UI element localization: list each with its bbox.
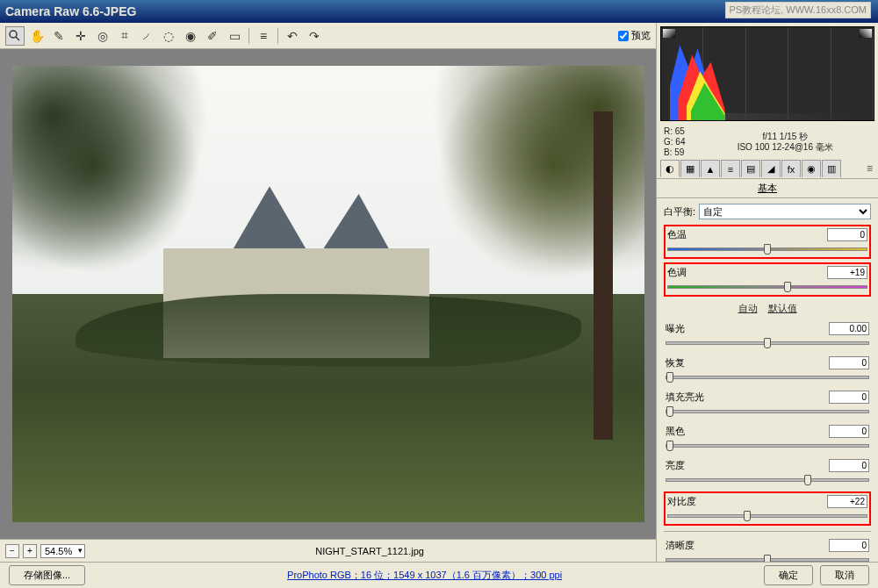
slider-value-temp[interactable] bbox=[827, 228, 867, 241]
tab-curve[interactable]: ▦ bbox=[680, 160, 700, 177]
slider-thumb-fill[interactable] bbox=[666, 406, 673, 417]
slider-temp: 色温 bbox=[664, 225, 871, 259]
wb-label: 白平衡: bbox=[664, 205, 695, 219]
slider-label-tint: 色调 bbox=[667, 266, 687, 279]
zoom-out-button[interactable]: − bbox=[5, 544, 19, 558]
slider-label-contrast: 对比度 bbox=[667, 495, 696, 508]
slider-label-bright: 亮度 bbox=[666, 459, 685, 472]
prefs-tool[interactable]: ≡ bbox=[254, 26, 273, 46]
eyedropper-tool[interactable]: ✎ bbox=[49, 26, 68, 46]
slider-label-fill: 填充亮光 bbox=[666, 391, 704, 404]
workflow-link[interactable]: ProPhoto RGB；16 位；1549 x 1037（1.6 百万像素）；… bbox=[92, 569, 757, 582]
cancel-button[interactable]: 取消 bbox=[820, 565, 869, 585]
panel-tabs: ◐ ▦ ▲ ≡ ▤ ◢ fx ◉ ▥ bbox=[657, 160, 878, 179]
tab-presets[interactable]: ▥ bbox=[822, 160, 841, 177]
main-toolbar: ✋ ✎ ✛ ◎ ⌗ ⟋ ◌ ◉ ✐ ▭ ≡ ↶ ↷ 预览 bbox=[0, 23, 656, 49]
slider-track-recovery[interactable] bbox=[666, 371, 869, 384]
slider-thumb-contrast[interactable] bbox=[744, 511, 751, 521]
slider-label-clarity: 清晰度 bbox=[666, 539, 694, 552]
slider-track-blacks[interactable] bbox=[666, 440, 869, 452]
targeted-adjust-tool[interactable]: ◎ bbox=[93, 26, 112, 46]
default-link[interactable]: 默认值 bbox=[768, 303, 797, 313]
panel-title: 基本 bbox=[657, 179, 878, 198]
slider-track-tint[interactable] bbox=[667, 281, 867, 293]
slider-thumb-recovery[interactable] bbox=[666, 372, 673, 383]
exif-line1: f/11 1/15 秒 bbox=[699, 132, 871, 142]
watermark: PS教程论坛, WWW.16xx8.COM bbox=[725, 2, 871, 18]
slider-thumb-clarity[interactable] bbox=[764, 555, 771, 562]
footer: 存储图像... ProPhoto RGB；16 位；1549 x 1037（1.… bbox=[0, 562, 878, 588]
svg-line-1 bbox=[16, 37, 19, 40]
tab-detail[interactable]: ▲ bbox=[701, 160, 720, 177]
svg-point-0 bbox=[10, 31, 17, 38]
histogram[interactable] bbox=[660, 26, 874, 121]
preview-checkbox[interactable]: 预览 bbox=[618, 29, 651, 42]
slider-bright: 亮度 bbox=[664, 457, 871, 488]
color-sampler-tool[interactable]: ✛ bbox=[71, 26, 90, 46]
slider-label-recovery: 恢复 bbox=[666, 356, 685, 369]
slider-contrast: 对比度 bbox=[664, 491, 871, 526]
slider-value-clarity[interactable] bbox=[829, 539, 869, 552]
zoom-bar: − + 54.5% NIGHT_START_1121.jpg bbox=[0, 539, 656, 562]
spot-removal-tool[interactable]: ◌ bbox=[159, 26, 178, 46]
slider-track-clarity[interactable] bbox=[666, 554, 869, 562]
slider-thumb-bright[interactable] bbox=[804, 475, 811, 485]
tab-basic[interactable]: ◐ bbox=[660, 160, 680, 177]
redeye-tool[interactable]: ◉ bbox=[181, 26, 200, 46]
zoom-in-button[interactable]: + bbox=[23, 544, 37, 558]
slider-fill: 填充亮光 bbox=[664, 389, 871, 419]
adjustment-brush-tool[interactable]: ✐ bbox=[203, 26, 222, 46]
save-image-button[interactable]: 存储图像... bbox=[9, 565, 85, 585]
tab-calib[interactable]: ◉ bbox=[802, 160, 821, 177]
slider-track-contrast[interactable] bbox=[667, 510, 867, 522]
exif-line2: ISO 100 12-24@16 毫米 bbox=[699, 142, 871, 153]
file-format: JPEG bbox=[104, 4, 136, 18]
slider-recovery: 恢复 bbox=[664, 355, 871, 385]
straighten-tool[interactable]: ⟋ bbox=[137, 26, 156, 46]
tab-fx[interactable]: fx bbox=[781, 160, 801, 177]
graduated-filter-tool[interactable]: ▭ bbox=[225, 26, 244, 46]
tab-hsl[interactable]: ≡ bbox=[721, 160, 740, 177]
tab-split[interactable]: ▤ bbox=[741, 160, 760, 177]
slider-thumb-exposure[interactable] bbox=[764, 338, 771, 348]
slider-value-contrast[interactable] bbox=[827, 495, 867, 508]
slider-value-fill[interactable] bbox=[829, 391, 869, 404]
slider-track-temp[interactable] bbox=[667, 243, 867, 255]
slider-thumb-tint[interactable] bbox=[784, 282, 791, 292]
slider-track-bright[interactable] bbox=[666, 474, 869, 486]
rotate-cw-tool[interactable]: ↷ bbox=[305, 26, 324, 46]
wb-select[interactable]: 自定 bbox=[699, 204, 871, 219]
filename-label: NIGHT_START_1121.jpg bbox=[89, 546, 651, 556]
ok-button[interactable]: 确定 bbox=[764, 565, 813, 585]
b-value: 59 bbox=[674, 147, 684, 157]
image-preview-area[interactable] bbox=[0, 49, 656, 539]
slider-blacks: 黑色 bbox=[664, 423, 871, 454]
tab-lens[interactable]: ◢ bbox=[761, 160, 781, 177]
zoom-tool[interactable] bbox=[5, 26, 25, 46]
slider-value-bright[interactable] bbox=[829, 459, 869, 472]
hand-tool[interactable]: ✋ bbox=[27, 26, 47, 46]
slider-value-recovery[interactable] bbox=[829, 356, 869, 369]
slider-value-exposure[interactable] bbox=[829, 322, 869, 335]
basic-panel: 白平衡: 自定 色温色调自动默认值曝光恢复填充亮光黑色亮度对比度清晰度自然饱和度… bbox=[657, 198, 878, 562]
slider-label-exposure: 曝光 bbox=[666, 322, 685, 335]
slider-clarity: 清晰度 bbox=[664, 537, 871, 562]
slider-value-tint[interactable] bbox=[827, 266, 867, 279]
slider-tint: 色调 bbox=[664, 262, 871, 297]
photo-preview bbox=[12, 66, 644, 522]
app-name: Camera Raw 6.6 bbox=[5, 4, 99, 18]
slider-track-exposure[interactable] bbox=[666, 337, 869, 349]
info-readout: R: 65 G: 64 B: 59 f/11 1/15 秒 ISO 100 12… bbox=[657, 125, 878, 160]
slider-value-blacks[interactable] bbox=[829, 425, 869, 438]
rotate-ccw-tool[interactable]: ↶ bbox=[283, 26, 302, 46]
slider-thumb-temp[interactable] bbox=[764, 244, 771, 255]
zoom-select[interactable]: 54.5% bbox=[40, 544, 85, 558]
slider-thumb-blacks[interactable] bbox=[666, 441, 673, 451]
auto-link[interactable]: 自动 bbox=[738, 303, 758, 313]
crop-tool[interactable]: ⌗ bbox=[115, 26, 134, 46]
slider-label-temp: 色温 bbox=[667, 228, 687, 241]
slider-label-blacks: 黑色 bbox=[666, 425, 685, 438]
r-value: 65 bbox=[675, 126, 685, 136]
slider-track-fill[interactable] bbox=[666, 405, 869, 418]
slider-exposure: 曝光 bbox=[664, 320, 871, 351]
